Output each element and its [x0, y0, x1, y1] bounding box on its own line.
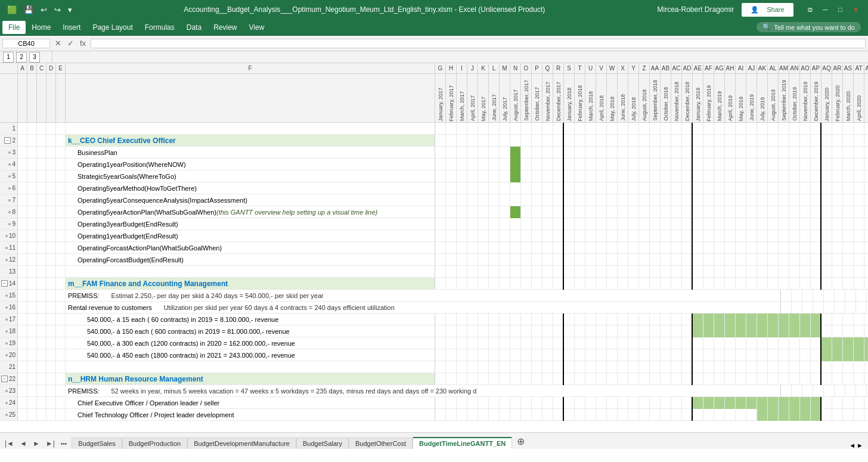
- gantt-cell-10-29[interactable]: [746, 230, 757, 242]
- gantt-cell-1-26[interactable]: [714, 123, 725, 135]
- gantt-cell-1-12[interactable]: [564, 123, 575, 135]
- gantt-cell-10-37[interactable]: [832, 230, 843, 242]
- cell-20-b[interactable]: [27, 349, 37, 361]
- gantt-cell-14-13[interactable]: [575, 278, 585, 290]
- gantt-cell-11-8[interactable]: [521, 242, 532, 254]
- gantt-cell-20-31[interactable]: [768, 349, 779, 361]
- gantt-cell-18-8[interactable]: [521, 325, 532, 337]
- cell-15-b[interactable]: [27, 290, 37, 301]
- gantt-cell-11-5[interactable]: [489, 242, 500, 254]
- gantt-cell-24-27[interactable]: [725, 397, 736, 409]
- gantt-cell-22-18[interactable]: [628, 373, 639, 385]
- gantt-cell-19-1[interactable]: [446, 337, 457, 349]
- gantt-cell-10-22[interactable]: [671, 230, 682, 242]
- sheet-tab-budgetproduction[interactable]: BudgetProduction: [122, 438, 187, 449]
- gantt-cell-1-30[interactable]: [757, 123, 768, 135]
- date-header-28[interactable]: May, 2019: [736, 74, 746, 122]
- gantt-cell-13-24[interactable]: [693, 266, 703, 278]
- sheet-nav-last[interactable]: ►|: [44, 438, 57, 449]
- share-button[interactable]: 👤 Share: [742, 3, 793, 17]
- gantt-cell-19-21[interactable]: [661, 337, 671, 349]
- gantt-cell-8-15[interactable]: [596, 206, 607, 218]
- gantt-cell-7-38[interactable]: [843, 194, 854, 206]
- date-header-35[interactable]: December, 2019: [811, 74, 822, 122]
- gantt-cell-25-30[interactable]: [757, 409, 768, 421]
- gantt-cell-10-35[interactable]: [811, 230, 822, 242]
- gantt-cell-7-26[interactable]: [714, 194, 725, 206]
- cell-2-f[interactable]: k__CEO Chief Executive Officer: [66, 135, 435, 146]
- gantt-cell-17-8[interactable]: [521, 314, 532, 325]
- gantt-cell-9-7[interactable]: [510, 218, 521, 230]
- date-header-26[interactable]: March, 2019: [714, 74, 725, 122]
- gantt-cell-5-5[interactable]: [489, 170, 500, 182]
- gantt-cell-22-3[interactable]: [467, 373, 478, 385]
- gantt-cell-19-31[interactable]: [768, 337, 779, 349]
- gantt-cell-20-20[interactable]: [650, 349, 661, 361]
- gantt-cell-19-38[interactable]: [843, 337, 854, 349]
- gantt-cell-9-15[interactable]: [596, 218, 607, 230]
- col-header-s[interactable]: S: [564, 63, 575, 73]
- gantt-cell-17-12[interactable]: [564, 314, 575, 325]
- col-header-h[interactable]: H: [446, 63, 457, 73]
- gantt-cell-2-20[interactable]: [650, 135, 661, 147]
- gantt-cell-3-24[interactable]: [693, 147, 703, 159]
- cell-21-a[interactable]: [18, 361, 27, 373]
- gantt-cell-20-24[interactable]: [693, 349, 703, 361]
- cell-10-d[interactable]: [46, 230, 56, 241]
- gantt-cell-24-34[interactable]: [800, 397, 811, 409]
- gantt-cell-12-19[interactable]: [639, 254, 650, 266]
- gantt-cell-3-39[interactable]: [854, 147, 864, 159]
- gantt-cell-5-38[interactable]: [843, 170, 854, 182]
- cell-5-e[interactable]: [56, 170, 66, 182]
- gantt-cell-21-12[interactable]: [564, 361, 575, 373]
- gantt-cell-10-8[interactable]: [521, 230, 532, 242]
- gantt-cell-7-13[interactable]: [575, 194, 585, 206]
- col-header-an[interactable]: AN: [789, 63, 800, 73]
- gantt-cell-13-39[interactable]: [854, 266, 864, 278]
- gantt-cell-13-14[interactable]: [585, 266, 596, 278]
- cell-22-f[interactable]: n__HRM Human Resource Management: [66, 373, 435, 385]
- gantt-cell-5-6[interactable]: [500, 170, 510, 182]
- gantt-cell-14-8[interactable]: [521, 278, 532, 290]
- gantt-cell-21-7[interactable]: [510, 361, 521, 373]
- cell-7-a[interactable]: [18, 194, 27, 206]
- gantt-cell-4-0[interactable]: [435, 159, 446, 170]
- gantt-cell-3-36[interactable]: [822, 147, 832, 159]
- gantt-cell-7-7[interactable]: [510, 194, 521, 206]
- gantt-cell-12-14[interactable]: [585, 254, 596, 266]
- gantt-cell-13-5[interactable]: [489, 266, 500, 278]
- gantt-cell-11-22[interactable]: [671, 242, 682, 254]
- gantt-cell-20-12[interactable]: [564, 349, 575, 361]
- cell-6-d[interactable]: [46, 182, 56, 194]
- gantt-cell-17-10[interactable]: [542, 314, 553, 325]
- gantt-cell-1-19[interactable]: [639, 123, 650, 135]
- gantt-cell-24-24[interactable]: [693, 397, 703, 409]
- gantt-cell-22-39[interactable]: [854, 373, 864, 385]
- col-header-n[interactable]: N: [510, 63, 521, 73]
- gantt-cell-18-10[interactable]: [542, 325, 553, 337]
- gantt-cell-3-0[interactable]: [435, 147, 446, 159]
- gantt-cell-18-19[interactable]: [639, 325, 650, 337]
- gantt-cell-14-39[interactable]: [854, 278, 864, 290]
- col-header-ae[interactable]: AE: [693, 63, 703, 73]
- gantt-cell-22-26[interactable]: [714, 373, 725, 385]
- gantt-cell-10-12[interactable]: [564, 230, 575, 242]
- gantt-cell-7-10[interactable]: [542, 194, 553, 206]
- gantt-cell-7-17[interactable]: [618, 194, 628, 206]
- gantt-cell-6-26[interactable]: [714, 182, 725, 194]
- gantt-cell-8-29[interactable]: [746, 206, 757, 218]
- gantt-cell-24-40[interactable]: [864, 397, 868, 409]
- gantt-cell-13-7[interactable]: [510, 266, 521, 278]
- gantt-cell-6-37[interactable]: [832, 182, 843, 194]
- gantt-cell-8-36[interactable]: [822, 206, 832, 218]
- cell-24-f[interactable]: Chief Executive Officer / Operation lead…: [66, 397, 435, 408]
- gantt-cell-18-34[interactable]: [800, 325, 811, 337]
- gantt-cell-9-5[interactable]: [489, 218, 500, 230]
- gantt-cell-8-17[interactable]: [618, 206, 628, 218]
- gantt-cell-1-17[interactable]: [618, 123, 628, 135]
- gantt-cell-7-39[interactable]: [854, 194, 864, 206]
- gantt-cell-11-3[interactable]: [467, 242, 478, 254]
- cell-7-e[interactable]: [56, 194, 66, 206]
- gantt-cell-25-17[interactable]: [618, 409, 628, 421]
- gantt-cell-14-32[interactable]: [779, 278, 789, 290]
